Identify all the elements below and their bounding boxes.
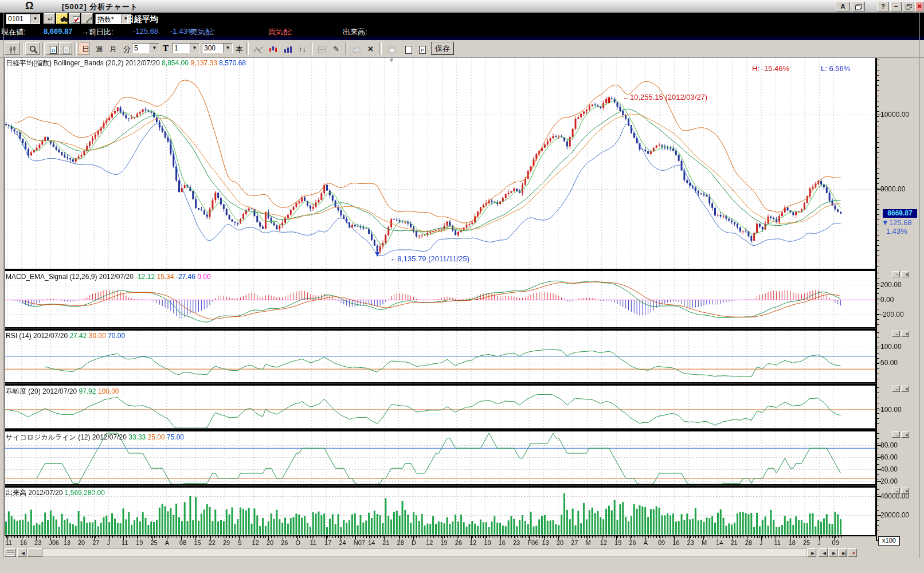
ask-label: 売気配:: [190, 27, 215, 37]
save-button[interactable]: 保存: [431, 42, 454, 55]
separator: [75, 42, 77, 55]
scroll-right-button[interactable]: ▶: [807, 548, 816, 557]
x-axis-label: 23: [687, 539, 694, 546]
page-restore-button[interactable]: R: [59, 42, 72, 55]
y-axis-label: -200.00: [880, 311, 904, 319]
x-axis-label: M: [702, 539, 707, 546]
draw-tool-button[interactable]: [81, 13, 93, 24]
category-select[interactable]: 指数* ▼: [95, 14, 131, 24]
interval-value: 5: [134, 44, 138, 52]
search-binoculars-button[interactable]: [56, 13, 68, 24]
x-axis-label: 12: [426, 539, 433, 546]
x-axis-label: 24: [339, 539, 346, 546]
x-axis-label: 14: [716, 539, 723, 546]
title-bar[interactable]: Ω [5002] 分析チャート A ? − ✕: [0, 0, 924, 13]
chevron-down-icon[interactable]: ▼: [30, 14, 40, 23]
symbol-name: 日経平均: [126, 14, 158, 25]
save-layout-button[interactable]: ▾: [383, 42, 400, 55]
x-axis-label: 25: [151, 539, 158, 546]
period-day-toggle[interactable]: 日: [78, 42, 89, 55]
line-chart-icon: [254, 46, 263, 53]
symbol-code-input[interactable]: 0101 ▼: [6, 14, 40, 24]
y-axis-label: 50.00: [880, 359, 898, 367]
page-print-button[interactable]: P: [415, 42, 428, 55]
separator: [246, 42, 249, 55]
new-page-button[interactable]: D: [46, 42, 59, 55]
x-axis-label: 23: [513, 539, 520, 546]
panel-close-button[interactable]: ✕: [901, 386, 909, 392]
window-border: [3, 13, 4, 558]
panel-minimize-button[interactable]: −: [892, 488, 900, 494]
stack-icon: [387, 46, 396, 53]
x-axis-label: 10: [484, 539, 491, 546]
compare-candles-button[interactable]: [5, 42, 19, 55]
x-axis-label: N07: [354, 539, 365, 546]
line-chart-type-button[interactable]: [250, 42, 264, 55]
chart-nav-button[interactable]: ◀: [819, 548, 828, 557]
y-axis-label: 60.00: [880, 453, 898, 461]
scroll-left-button[interactable]: ◀: [17, 548, 26, 557]
count-value: 1: [174, 44, 178, 52]
candle-chart-type-button[interactable]: [265, 42, 279, 55]
x-axis-label: 27: [92, 539, 99, 546]
chart-nav-button[interactable]: ✕: [848, 548, 857, 557]
x-axis-label: J: [107, 539, 111, 546]
updown-arrows-button[interactable]: ↑↓: [295, 42, 308, 55]
x-axis-label: J: [759, 539, 763, 546]
chevron-down-icon[interactable]: ▼: [223, 44, 232, 53]
x-axis-label: 11: [310, 539, 316, 546]
restore-icon: [906, 4, 912, 10]
psych-panel-header: サイコロジカルライン (12) 2012/07/20 33.33 25.00 7…: [6, 433, 184, 442]
chart-nav-button[interactable]: ▶: [828, 548, 837, 557]
blue-bars-icon: [284, 46, 293, 53]
chart-canvas[interactable]: [0, 0, 924, 573]
panel-minimize-button[interactable]: −: [892, 331, 900, 337]
edit-list-button[interactable]: [69, 13, 80, 24]
period-minute-toggle[interactable]: 分: [119, 42, 131, 55]
horizontal-scrollbar[interactable]: ◀ ▶ ◀▶▶▏✕: [0, 548, 924, 558]
help-button[interactable]: ?: [877, 2, 889, 11]
zoom-button[interactable]: [25, 42, 40, 55]
panel-close-button[interactable]: ✕: [901, 331, 909, 337]
pencil-button[interactable]: ✎: [329, 42, 343, 55]
delete-drawings-button[interactable]: ✕: [363, 42, 377, 55]
scroll-grip[interactable]: [5, 548, 16, 557]
panel-close-button[interactable]: ✕: [901, 431, 909, 438]
window-bottom-edge: [0, 558, 924, 573]
bars-value: 300: [204, 44, 216, 52]
period-month-toggle[interactable]: 月: [105, 42, 117, 55]
separator: [379, 42, 382, 55]
low-percent-readout: L: 6.56%: [821, 64, 850, 73]
restore-button[interactable]: [903, 2, 914, 11]
close-button[interactable]: ✕: [915, 2, 923, 11]
bar-chart-type-button[interactable]: [280, 42, 293, 55]
bars-select[interactable]: 300 ▼: [202, 43, 233, 53]
interval-select[interactable]: 5 ▼: [132, 43, 159, 53]
grid-button[interactable]: [314, 42, 328, 55]
page-gray-icon: R: [63, 46, 70, 54]
panel-close-button[interactable]: ✕: [901, 488, 909, 494]
macd-panel-header: MACD_EMA_Signal (12,26,9) 2012/07/20 -12…: [6, 273, 211, 281]
x-axis-label: 20: [557, 539, 563, 546]
minimize-button[interactable]: −: [890, 2, 902, 11]
x-axis-label: 22: [209, 539, 216, 546]
scroll-track[interactable]: [26, 548, 807, 557]
copy-window-button[interactable]: [852, 2, 865, 11]
page-copy-button[interactable]: [401, 42, 414, 55]
eraser-button[interactable]: [349, 42, 362, 55]
chevron-down-icon[interactable]: ▼: [150, 44, 159, 53]
font-button[interactable]: A: [836, 2, 850, 11]
scroll-thumb[interactable]: [28, 548, 42, 557]
panel-minimize-button[interactable]: −: [892, 271, 900, 277]
panel-minimize-button[interactable]: −: [892, 386, 900, 392]
period-week-toggle[interactable]: 週: [92, 42, 103, 55]
panel-minimize-button[interactable]: −: [892, 431, 900, 438]
chevron-down-icon[interactable]: ▼: [190, 44, 199, 53]
volume-panel-header: 出来高 2012/07/20 1,569,280.00: [6, 488, 105, 498]
x-axis-label: 23: [34, 539, 41, 546]
y-axis-label: 9000.00: [880, 185, 905, 193]
panel-close-button[interactable]: ✕: [901, 271, 909, 277]
chart-nav-button[interactable]: ▶▏: [838, 548, 847, 557]
count-select[interactable]: 1 ▼: [172, 43, 199, 53]
enter-button[interactable]: ↵: [44, 13, 55, 24]
